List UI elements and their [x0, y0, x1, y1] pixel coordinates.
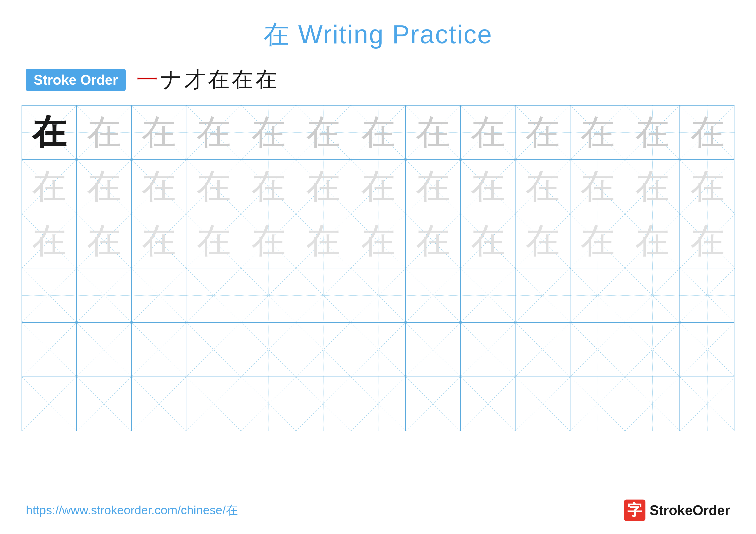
grid-cell[interactable] — [22, 323, 77, 376]
grid-cell[interactable]: 在 — [77, 106, 131, 159]
writing-grid: 在 在 在 在 在 在 在 在 — [21, 105, 735, 431]
grid-cell[interactable] — [680, 323, 735, 376]
grid-cell[interactable] — [351, 323, 406, 376]
grid-cell[interactable]: 在 — [296, 214, 351, 268]
grid-cell[interactable] — [625, 268, 680, 322]
char-display: 在 — [526, 109, 560, 156]
grid-cell[interactable]: 在 — [22, 106, 77, 159]
grid-cell[interactable]: 在 — [516, 214, 570, 268]
svg-line-131 — [22, 377, 76, 431]
grid-cell[interactable]: 在 — [461, 160, 516, 214]
grid-cell[interactable] — [570, 377, 625, 431]
grid-cell[interactable]: 在 — [570, 214, 625, 268]
stroke-order-section: Stroke Order 一 ナ 才 在 在 在 — [0, 52, 756, 103]
footer-url-link[interactable]: https://www.strokeorder.com/chinese/在 — [26, 502, 238, 519]
grid-cell[interactable]: 在 — [351, 214, 406, 268]
grid-cell[interactable] — [186, 268, 241, 322]
grid-cell[interactable] — [132, 268, 186, 322]
grid-cell[interactable] — [461, 377, 516, 431]
grid-cell[interactable] — [625, 323, 680, 376]
grid-cell[interactable] — [186, 323, 241, 376]
grid-cell[interactable] — [461, 323, 516, 376]
grid-cell[interactable] — [516, 323, 570, 376]
grid-cell[interactable] — [351, 268, 406, 322]
grid-cell[interactable]: 在 — [186, 160, 241, 214]
grid-cell[interactable] — [132, 377, 186, 431]
svg-line-86 — [241, 268, 296, 322]
char-display: 在 — [526, 218, 560, 264]
grid-cell[interactable]: 在 — [241, 106, 296, 159]
grid-cell[interactable] — [625, 377, 680, 431]
grid-cell[interactable]: 在 — [406, 106, 461, 159]
grid-cell[interactable] — [22, 377, 77, 431]
grid-cell[interactable] — [351, 377, 406, 431]
svg-line-99 — [570, 268, 625, 322]
grid-cell[interactable] — [296, 268, 351, 322]
grid-cell[interactable] — [680, 377, 735, 431]
svg-line-104 — [22, 323, 76, 376]
grid-cell[interactable]: 在 — [461, 106, 516, 159]
grid-cell[interactable] — [516, 268, 570, 322]
grid-cell[interactable] — [516, 377, 570, 431]
grid-cell[interactable]: 在 — [241, 160, 296, 214]
grid-cell[interactable] — [461, 268, 516, 322]
grid-cell[interactable]: 在 — [461, 214, 516, 268]
grid-cell[interactable] — [406, 268, 461, 322]
grid-cell[interactable] — [570, 323, 625, 376]
svg-line-93 — [406, 268, 460, 322]
grid-cell[interactable] — [77, 377, 131, 431]
grid-cell[interactable]: 在 — [625, 106, 680, 159]
grid-cell[interactable]: 在 — [77, 160, 131, 214]
grid-cell[interactable] — [186, 377, 241, 431]
grid-cell[interactable] — [296, 377, 351, 431]
stroke-2: ナ — [160, 65, 182, 94]
grid-cell[interactable]: 在 — [516, 106, 570, 159]
grid-cell[interactable]: 在 — [625, 214, 680, 268]
grid-cell[interactable] — [22, 268, 77, 322]
grid-cell[interactable]: 在 — [406, 214, 461, 268]
grid-cell[interactable]: 在 — [22, 214, 77, 268]
grid-cell[interactable] — [570, 268, 625, 322]
grid-cell[interactable]: 在 — [680, 214, 735, 268]
grid-cell[interactable]: 在 — [351, 106, 406, 159]
grid-cell[interactable]: 在 — [132, 106, 186, 159]
grid-cell[interactable] — [77, 268, 131, 322]
char-display: 在 — [471, 164, 505, 210]
svg-line-114 — [296, 323, 350, 376]
grid-cell[interactable]: 在 — [241, 214, 296, 268]
grid-cell[interactable]: 在 — [296, 160, 351, 214]
svg-line-95 — [461, 268, 515, 322]
char-display: 在 — [87, 164, 121, 210]
grid-cell[interactable] — [132, 323, 186, 376]
grid-cell[interactable]: 在 — [186, 214, 241, 268]
grid-cell[interactable]: 在 — [570, 106, 625, 159]
grid-cell[interactable]: 在 — [22, 160, 77, 214]
grid-cell[interactable]: 在 — [680, 106, 735, 159]
grid-cell[interactable] — [296, 323, 351, 376]
grid-cell[interactable]: 在 — [516, 160, 570, 214]
grid-cell[interactable]: 在 — [680, 160, 735, 214]
grid-cell[interactable] — [77, 323, 131, 376]
stroke-5: 在 — [232, 65, 253, 94]
grid-cell[interactable] — [406, 377, 461, 431]
grid-cell[interactable]: 在 — [132, 160, 186, 214]
grid-cell[interactable]: 在 — [77, 214, 131, 268]
grid-cell[interactable]: 在 — [406, 160, 461, 214]
grid-cell[interactable] — [680, 268, 735, 322]
grid-cell[interactable]: 在 — [296, 106, 351, 159]
char-display: 在 — [416, 164, 450, 210]
grid-cell[interactable]: 在 — [351, 160, 406, 214]
svg-line-135 — [132, 377, 186, 431]
grid-cell[interactable]: 在 — [625, 160, 680, 214]
grid-cell[interactable]: 在 — [186, 106, 241, 159]
grid-cell[interactable] — [406, 323, 461, 376]
stroke-order-badge: Stroke Order — [26, 69, 126, 91]
grid-cell[interactable] — [241, 323, 296, 376]
grid-cell[interactable] — [241, 377, 296, 431]
grid-cell[interactable]: 在 — [570, 160, 625, 214]
char-display: 在 — [361, 218, 395, 264]
svg-line-107 — [77, 323, 131, 376]
grid-cell[interactable]: 在 — [132, 214, 186, 268]
grid-cell[interactable] — [241, 268, 296, 322]
svg-line-100 — [625, 268, 680, 322]
